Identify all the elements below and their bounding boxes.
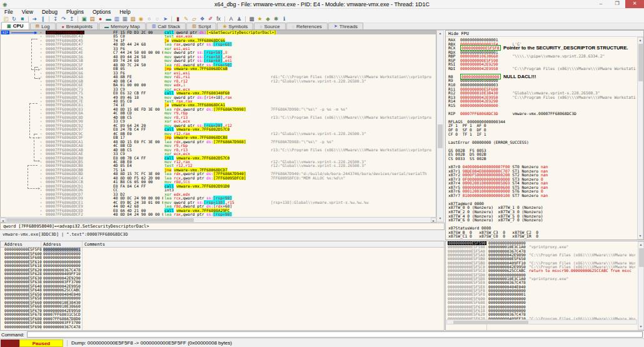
tab-label: References xyxy=(296,24,322,29)
breakpoint-dot-icon[interactable]: • xyxy=(40,213,42,216)
tab-label: Breakpoints xyxy=(66,24,93,29)
tab-threads[interactable]: ➤Threads xyxy=(328,23,363,29)
menu-item-debug[interactable]: Debug xyxy=(38,9,62,16)
watch-pane[interactable]: Address Address Comments 0000000000E5F5F… xyxy=(0,241,445,331)
call-stack-icon[interactable]: ▥ xyxy=(113,16,121,23)
tab-label: Memory Map xyxy=(111,24,140,29)
scroll-thumb[interactable] xyxy=(639,248,644,267)
tab-memory-map[interactable]: ▬Memory Map xyxy=(99,23,146,29)
scroll-thumb[interactable] xyxy=(453,321,528,324)
stack-hscrollbar[interactable] xyxy=(446,319,637,324)
column-header[interactable]: Comments xyxy=(84,241,105,248)
dump-range-text: Dump: 0000000000E5F5F8 -> 0000000000E5F5… xyxy=(71,340,232,346)
register-text: 00000000042E9950 xyxy=(460,66,498,71)
step-out-icon[interactable]: ↥ xyxy=(68,16,76,23)
tab-log[interactable]: ▤Log xyxy=(30,23,56,29)
scroll-left-icon[interactable]: ◄ xyxy=(0,218,6,223)
symbols-icon[interactable]: ◉ xyxy=(137,16,145,23)
disassembly-pane[interactable]: •00007FF68068DC3DFF 15 FD D3 2C 00call q… xyxy=(0,30,436,222)
erase-icon[interactable]: ✐ xyxy=(206,16,214,23)
maximize-button[interactable]: ❐ xyxy=(609,0,625,8)
bug-report-icon[interactable]: ❋ xyxy=(272,16,280,23)
menu-bar: FileViewDebugPluginsOptionsHelp xyxy=(0,9,644,16)
seh-chain-icon[interactable]: ▦ xyxy=(121,16,129,23)
toolbar-separator xyxy=(171,16,172,22)
script-icon[interactable]: ▧ xyxy=(129,16,137,23)
hide-fpu-button[interactable]: Hide FPU xyxy=(446,31,643,37)
toolbar-separator xyxy=(245,16,246,22)
menu-item-view[interactable]: View xyxy=(18,9,38,16)
cpu-icon[interactable]: ▣ xyxy=(80,16,88,23)
registers-vscrollbar[interactable]: ▲ ▼ xyxy=(637,37,643,239)
tab-symbols[interactable]: ◉Symbols xyxy=(217,23,253,29)
step-into-icon[interactable]: ↧ xyxy=(51,16,59,23)
about-icon[interactable]: ℹ xyxy=(280,16,288,23)
scroll-right-icon[interactable]: ► xyxy=(431,218,436,223)
disassembly-vscrollbar[interactable]: ▲ ▼ xyxy=(436,30,444,222)
stack-pane[interactable]: 0000000000E5F590000000000000000000000000… xyxy=(445,241,644,331)
register-text: CS 0033 SS 002B xyxy=(448,156,486,161)
register-line[interactable]: x87SW_C1 0 x87SW_C0 0 x87SW_IR 0 xyxy=(448,234,636,239)
register-text: "\\\\.\\pipe\\vmware.vprint.228.6334.2" xyxy=(498,54,605,58)
instruction-info-line: qword [7FF680958040]=<advapi32.SetSecuri… xyxy=(0,223,445,230)
command-input[interactable] xyxy=(27,331,643,338)
scroll-thumb[interactable] xyxy=(438,124,443,148)
step-over-icon[interactable]: ↷ xyxy=(59,16,68,23)
register-text: "C:\\Program Files (x86)\\\VMware\\\VMwa… xyxy=(498,95,636,99)
scroll-up-icon[interactable]: ▲ xyxy=(638,38,643,43)
watch-row[interactable]: 0000000000E5F690000000000367C478 xyxy=(1,325,444,329)
highlight-icon[interactable]: ❖ xyxy=(198,16,206,23)
references-icon[interactable]: ◌ xyxy=(153,16,161,23)
cpu-icon: ▣ xyxy=(7,24,11,29)
menu-item-file[interactable]: File xyxy=(0,9,18,16)
tab-breakpoints[interactable]: ●Breakpoints xyxy=(56,23,98,29)
stack-vscrollbar[interactable]: ▲ ▼ xyxy=(638,241,644,330)
memory-map-icon[interactable]: ▬ xyxy=(104,16,113,23)
instruction-address: 00007FF68068DCF2 xyxy=(46,213,83,216)
favourites-icon[interactable]: ★ xyxy=(256,16,264,23)
memory-map-icon: ▬ xyxy=(104,24,109,29)
comment-icon[interactable]: ✎ xyxy=(182,16,190,23)
disasm-row[interactable]: •00007FF68068DCF248 8D 84 24 90 00 00 00… xyxy=(1,213,436,216)
scroll-down-icon[interactable]: ▼ xyxy=(638,324,643,329)
tab-source[interactable]: ○Source xyxy=(254,23,286,29)
register-text: "C:\\Program Files (x86)\\\VMware\\\VMwa… xyxy=(498,66,636,71)
label-icon[interactable]: ▱ xyxy=(190,16,198,23)
font-icon[interactable]: A xyxy=(227,16,235,23)
register-line[interactable]: RDI 00000000042E9950 "C:\\Program Files … xyxy=(448,67,636,71)
threads-icon[interactable]: ➤ xyxy=(161,16,169,23)
tab-cpu[interactable]: ▣CPU xyxy=(1,22,29,29)
menu-item-help[interactable]: Help xyxy=(115,9,134,16)
status-bar: Paused Dump: 0000000000E5F5F8 -> 0000000… xyxy=(0,338,644,347)
patches-icon[interactable]: ▮ xyxy=(174,16,182,23)
source-icon[interactable]: ○ xyxy=(145,16,153,23)
registers-pane[interactable]: Hide FPU RAX 0000000000000001RBX 0000000… xyxy=(445,30,644,240)
minimize-button[interactable]: – xyxy=(593,0,609,8)
tab-label: Script xyxy=(198,24,211,29)
menu-item-options[interactable]: Options xyxy=(88,9,115,16)
user-icon[interactable]: ♟ xyxy=(235,16,243,23)
scroll-thumb[interactable] xyxy=(6,218,194,222)
run-icon[interactable]: ➜ xyxy=(31,16,39,23)
toolbar-separator xyxy=(49,16,49,22)
scroll-up-icon[interactable]: ▲ xyxy=(437,31,443,36)
update-icon[interactable]: ◆ xyxy=(264,16,272,23)
tab-call-stack[interactable]: ▥Call Stack xyxy=(146,23,186,29)
script-icon: ▧ xyxy=(192,24,196,29)
pause-icon[interactable]: ∥ xyxy=(39,16,47,23)
disassembly-hscrollbar[interactable]: ◄ ► xyxy=(0,217,436,222)
breakpoints-icon[interactable]: ● xyxy=(96,16,104,23)
tab-script[interactable]: ▧Script xyxy=(186,23,216,29)
function-icon[interactable]: fx xyxy=(214,16,223,23)
tab-references[interactable]: ◌References xyxy=(286,23,328,29)
watch-address: 0000000000E5F690 xyxy=(4,325,42,329)
scroll-thumb[interactable] xyxy=(638,44,643,81)
calculator-icon[interactable]: ▩ xyxy=(248,16,256,23)
log-icon[interactable]: ▤ xyxy=(88,16,96,23)
menu-item-plugins[interactable]: Plugins xyxy=(62,9,88,16)
close-button[interactable]: ✕ xyxy=(625,0,644,8)
scroll-up-icon[interactable]: ▲ xyxy=(638,242,643,248)
scroll-down-icon[interactable]: ▼ xyxy=(437,216,443,221)
register-text: CF 0 TF 1 IF 1 xyxy=(448,132,486,136)
scroll-down-icon[interactable]: ▼ xyxy=(638,233,643,239)
